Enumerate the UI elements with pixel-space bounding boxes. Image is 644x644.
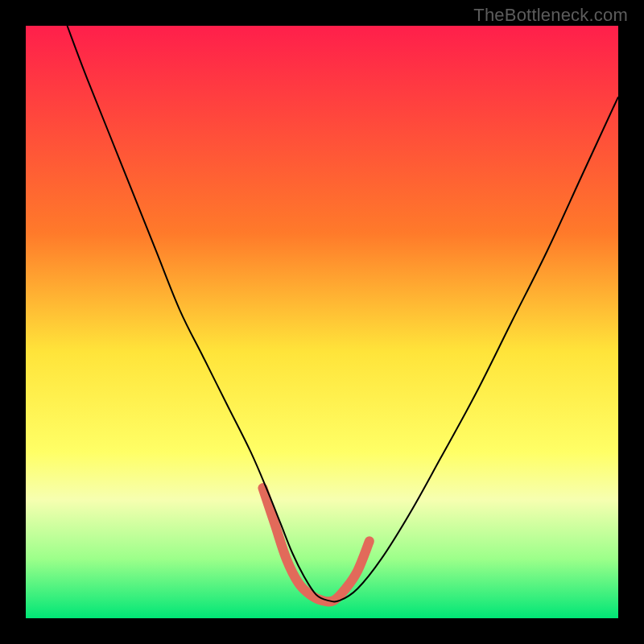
- chart-frame: TheBottleneck.com: [0, 0, 644, 644]
- plot-area: [26, 26, 618, 618]
- bottleneck-chart: [26, 26, 618, 618]
- gradient-background: [26, 26, 618, 618]
- watermark-text: TheBottleneck.com: [473, 5, 628, 26]
